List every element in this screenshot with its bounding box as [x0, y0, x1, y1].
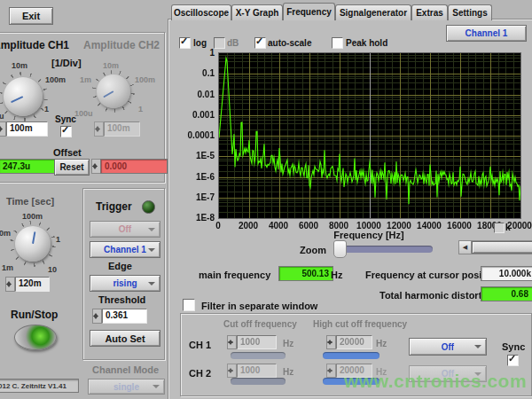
spinner-arrows[interactable] — [227, 364, 237, 378]
trigger-mode-dropdown[interactable]: Off — [90, 221, 160, 238]
auto-scale-label: auto-scale — [268, 38, 311, 48]
exit-button-label: Exit — [22, 11, 40, 21]
sync-checkbox[interactable] — [60, 126, 72, 137]
amplitude-ch2-value-spinner[interactable]: 100m — [94, 121, 140, 137]
filter-ch1-high-slider[interactable] — [323, 352, 379, 359]
time-value-spinner[interactable]: 120m — [5, 277, 50, 292]
peak-hold-checkbox[interactable] — [332, 37, 343, 49]
auto-set-button[interactable]: Auto Set — [90, 330, 160, 347]
filter-ch2-low-value: 1000 — [237, 364, 277, 378]
main-frequency-value-field: 500.13 — [278, 266, 333, 281]
scrollbar-thumb[interactable] — [472, 241, 532, 254]
offset-ch2-spinner-arrows[interactable] — [91, 159, 100, 174]
threshold-label: Threshold — [98, 294, 145, 305]
run-stop-label: Run/Stop — [11, 309, 58, 321]
y-tick: 1 — [179, 48, 215, 58]
edge-label: Edge — [108, 261, 132, 271]
tab-extras[interactable]: Extras — [411, 4, 448, 20]
exit-button[interactable]: Exit — [9, 7, 53, 25]
high-cutoff-header: High cut off frequency — [313, 319, 407, 329]
ch1-tick-100m: 100m — [45, 75, 66, 84]
filter-ch2-low-unit: Hz — [283, 367, 293, 377]
spinner-arrows[interactable] — [227, 335, 237, 349]
trigger-source-dropdown[interactable]: Channel 1 — [90, 241, 160, 258]
filter-ch2-low-slider[interactable] — [231, 378, 286, 385]
y-tick: 1E-7 — [179, 192, 215, 202]
spinner-arrows[interactable] — [326, 364, 336, 378]
amplitude-ch1-value[interactable]: 100m — [6, 121, 48, 137]
filter-ch1-low-slider[interactable] — [231, 352, 286, 359]
zoom-slider-track[interactable] — [337, 246, 433, 253]
filter-ch1-high-spinner[interactable]: 20000 — [326, 335, 372, 349]
threshold-value[interactable]: 0.361 — [102, 309, 147, 324]
channel-select-button[interactable]: Channel 1 — [446, 25, 527, 42]
thd-value-field: 0.68 — [481, 286, 532, 301]
tab-signalgenerator[interactable]: Signalgenerator — [335, 4, 411, 20]
trigger-mode-value: Off — [119, 224, 131, 234]
time-tick-10m: 10m — [0, 229, 11, 238]
cursor-frequency-value-field[interactable]: 10.000k — [481, 266, 532, 281]
ch1-tick-1: 1 — [44, 105, 49, 113]
offset-reset-button[interactable]: Reset — [54, 159, 90, 176]
scrollbar-left-arrow-icon[interactable]: ◀ — [459, 241, 472, 254]
tab-xy-graph[interactable]: X-Y Graph — [231, 4, 283, 20]
filter-ch1-low-unit: Hz — [283, 339, 293, 348]
ch2-tick-100m: 100m — [135, 75, 155, 84]
trigger-source-value: Channel 1 — [104, 245, 146, 254]
time-tick-100m: 100m — [22, 212, 43, 221]
filter-ch2-label: CH 2 — [189, 368, 211, 379]
threshold-spinner[interactable]: 0.361 — [92, 309, 147, 324]
tab-label: Extras — [416, 8, 443, 18]
time-tick-10: 10 — [48, 265, 57, 274]
amplitude-ch2-knob[interactable] — [97, 74, 130, 108]
amplitude-ch1-value-spinner[interactable]: 100m — [0, 121, 48, 137]
ch2-tick-100u: 100u — [74, 109, 93, 118]
filter-window-checkbox[interactable] — [183, 299, 195, 311]
db-label: dB — [227, 38, 239, 48]
time-value[interactable]: 120m — [15, 277, 50, 292]
trigger-title: Trigger — [96, 200, 132, 213]
y-tick: 0.1 — [179, 68, 215, 78]
filter-ch1-mode-dropdown[interactable]: Off — [409, 338, 487, 356]
amplitude-ch1-knob[interactable] — [4, 77, 43, 116]
zoom-slider-thumb[interactable] — [333, 240, 347, 258]
channel-select-label: Channel 1 — [466, 28, 508, 38]
filter-ch1-high-unit: Hz — [376, 339, 387, 348]
spinner-arrows[interactable] — [94, 121, 104, 137]
channel-mode-label: Channel Mode — [92, 364, 159, 375]
ch1-tick-10m: 10m — [12, 61, 27, 70]
plot-h-scrollbar[interactable]: ◀ — [458, 240, 532, 254]
tab-label: Oscilloscope — [174, 8, 229, 18]
filter-ch2-low-spinner[interactable]: 1000 — [227, 364, 277, 378]
y-tick: 0.0001 — [179, 130, 215, 140]
run-stop-button[interactable] — [14, 325, 57, 350]
time-tick-1: 1 — [56, 235, 60, 244]
version-label: 012 C. Zeitnitz V1.41 — [0, 382, 66, 390]
trigger-led — [142, 200, 155, 214]
spectrum-canvas[interactable] — [218, 52, 521, 219]
spinner-arrows[interactable] — [0, 121, 6, 137]
cursor-frequency-label: Frequency at cursor position — [365, 270, 500, 280]
time-knob[interactable] — [15, 226, 51, 262]
amplitude-ch2-title: Amplitude CH2 — [83, 39, 160, 51]
spinner-arrows[interactable] — [326, 335, 336, 349]
tab-label: Signalgenerator — [340, 8, 407, 18]
x-axis-log-checkbox[interactable] — [494, 223, 505, 233]
offset-ch1-value-field: 247.3u — [0, 159, 59, 174]
tab-frequency[interactable]: Frequency — [283, 3, 335, 20]
tab-oscilloscope[interactable]: Oscilloscope — [171, 4, 231, 20]
spinner-arrows[interactable] — [5, 277, 15, 292]
spinner-arrows[interactable] — [92, 309, 102, 324]
filter-ch1-low-spinner[interactable]: 1000 — [227, 335, 277, 349]
filter-sync-checkbox[interactable] — [507, 355, 519, 366]
y-tick: 1E-6 — [179, 172, 215, 182]
trigger-edge-dropdown[interactable]: rising — [90, 275, 160, 292]
y-tick: 1E-5 — [179, 151, 215, 160]
sync-label: Sync — [55, 114, 76, 124]
amplitude-ch1-knob-needle — [11, 96, 23, 103]
tab-settings[interactable]: Settings — [448, 4, 492, 20]
channel-mode-dropdown[interactable]: single — [88, 379, 165, 395]
tab-label: X-Y Graph — [236, 8, 279, 18]
auto-scale-checkbox[interactable] — [254, 37, 266, 49]
db-checkbox[interactable] — [214, 37, 225, 49]
